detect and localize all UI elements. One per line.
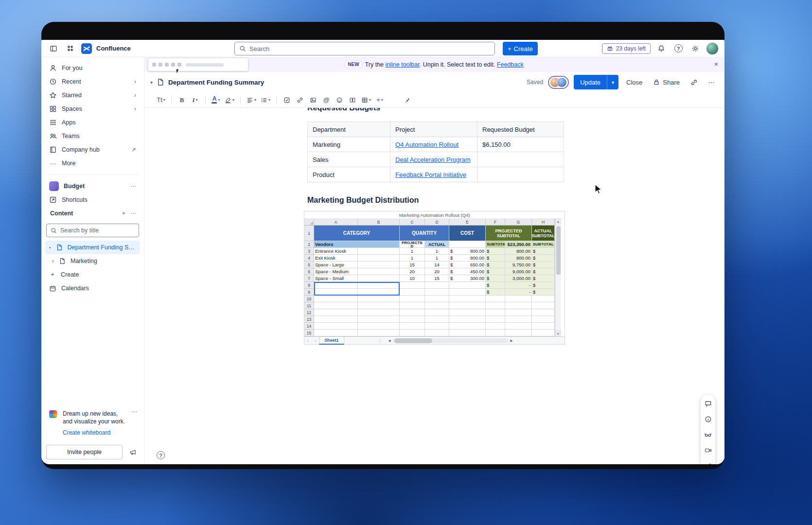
sheet-cell[interactable]: $: [532, 262, 555, 268]
sidebar-item-starred[interactable]: Starred ›: [45, 88, 140, 102]
sheet-cell[interactable]: $650.00: [449, 262, 486, 268]
sheet-cell[interactable]: [358, 262, 400, 268]
sheet-cell[interactable]: 15: [425, 275, 449, 282]
sheet-cell[interactable]: 9,000.00: [505, 268, 532, 275]
trial-countdown-badge[interactable]: 23 days left: [602, 43, 651, 54]
sheet-cell-vendor-name[interactable]: Space - Small: [314, 275, 358, 282]
sheet-cell[interactable]: [314, 330, 358, 336]
tree-item-marketing[interactable]: › Marketing: [45, 254, 140, 268]
notifications-button[interactable]: [655, 42, 668, 55]
row-number[interactable]: 11: [304, 302, 314, 309]
sheet-cell[interactable]: $: [486, 248, 505, 255]
sheet-cell-category-header[interactable]: CATEGORY: [314, 226, 400, 241]
chevron-right-icon[interactable]: ›: [52, 258, 54, 264]
sheet-cell[interactable]: 1: [400, 248, 425, 255]
sheet-cell[interactable]: [532, 309, 555, 316]
sheet-cell-actual-subtotal-header[interactable]: ACTUAL SUBTOTAL: [532, 226, 555, 241]
pin-toolbar-button[interactable]: [401, 94, 413, 106]
sheet-cell[interactable]: $: [532, 289, 555, 296]
document-area[interactable]: Requested Budgets Department Project Req…: [144, 108, 724, 464]
row-number[interactable]: 10: [304, 296, 314, 302]
share-button[interactable]: Share: [650, 77, 683, 88]
sheet-cell[interactable]: [400, 330, 425, 336]
column-header[interactable]: B: [358, 219, 400, 226]
row-number[interactable]: 13: [304, 316, 314, 323]
feedback-button[interactable]: [704, 461, 712, 464]
sheet-cell[interactable]: [358, 316, 400, 323]
sheet-cell[interactable]: [314, 302, 358, 309]
sheet-cell[interactable]: 800.00: [505, 255, 532, 262]
scroll-right-icon[interactable]: ▶: [509, 339, 515, 343]
sheet-cell[interactable]: [486, 309, 505, 316]
row-number[interactable]: 2: [304, 241, 314, 248]
update-button[interactable]: Update: [574, 75, 607, 89]
settings-button[interactable]: [689, 42, 702, 55]
sheet-cell[interactable]: [449, 302, 486, 309]
sheet-cell[interactable]: $: [532, 282, 555, 289]
sidebar-item-spaces[interactable]: Spaces ›: [45, 102, 140, 116]
italic-button[interactable]: I▾: [189, 94, 201, 106]
close-button[interactable]: Close: [623, 77, 645, 88]
sheet-cell[interactable]: [425, 309, 449, 316]
sheet-cell[interactable]: [505, 309, 532, 316]
video-button[interactable]: [704, 446, 712, 455]
sheet-cell[interactable]: [425, 282, 449, 289]
sidebar-item-recent[interactable]: Recent ›: [45, 75, 140, 88]
column-header[interactable]: G: [505, 219, 532, 226]
insert-link-button[interactable]: [294, 94, 306, 106]
sheet-cell[interactable]: [532, 323, 555, 330]
sheet-cell-cost-header[interactable]: COST: [449, 226, 486, 241]
mention-button[interactable]: @: [320, 94, 332, 106]
sheet-cell[interactable]: [425, 296, 449, 302]
row-number[interactable]: 5: [304, 262, 314, 268]
sheet-cell[interactable]: [449, 309, 486, 316]
inline-toolbar-link[interactable]: inline toolbar: [386, 61, 420, 68]
add-content-icon[interactable]: +: [122, 210, 125, 217]
sheet-cell[interactable]: [486, 316, 505, 323]
sheet-cell[interactable]: [532, 302, 555, 309]
sheet-cell[interactable]: [400, 316, 425, 323]
sheet-cell-vendor-name[interactable]: Space - Large: [314, 262, 358, 268]
sheet-cell-projected-label[interactable]: PROJECTED: [400, 241, 425, 248]
sheet-cell[interactable]: [400, 296, 425, 302]
sheet-cell[interactable]: [314, 323, 358, 330]
sheet-cell[interactable]: 9,750.00: [505, 262, 532, 268]
project-link[interactable]: Q4 Automation Rollout: [395, 141, 459, 148]
sheet-cell-quantity-header[interactable]: QUANTITY: [400, 226, 449, 241]
row-number[interactable]: 8: [304, 282, 314, 289]
sheet-cell-vendor-name[interactable]: Exit Kiosk: [314, 255, 358, 262]
sheet-cell[interactable]: [505, 323, 532, 330]
sheet-cell[interactable]: $800.00: [449, 248, 486, 255]
search-input[interactable]: [249, 45, 490, 52]
sheet-cell[interactable]: 15: [400, 262, 425, 268]
sheet-cell[interactable]: [314, 296, 358, 302]
task-list-button[interactable]: [281, 94, 293, 106]
insert-image-button[interactable]: [307, 94, 319, 106]
sheet-cell[interactable]: 1: [400, 255, 425, 262]
sheet-cell[interactable]: $800.00: [449, 255, 486, 262]
sheet-cell-vendors[interactable]: Vendors: [314, 241, 400, 248]
sheet-cell[interactable]: [425, 316, 449, 323]
sheet-cell[interactable]: [358, 275, 400, 282]
app-switcher-button[interactable]: [64, 42, 76, 55]
sheet-cell[interactable]: [505, 296, 532, 302]
sheet-horizontal-scrollbar[interactable]: [393, 338, 509, 343]
sheet-cell[interactable]: [505, 316, 532, 323]
list-button[interactable]: ▾: [259, 94, 272, 106]
sheet-tab-next-icon[interactable]: ›: [312, 338, 319, 343]
sheet-cell[interactable]: [400, 323, 425, 330]
sidebar-item-company-hub[interactable]: Company hub ↗: [45, 143, 140, 157]
column-header[interactable]: E: [449, 219, 486, 226]
app-logo-group[interactable]: Confluence: [81, 43, 131, 54]
sidebar-item-content[interactable]: Content + ⋯: [45, 207, 140, 220]
sheet-cell[interactable]: 10: [400, 275, 425, 282]
sheet-cell[interactable]: [314, 309, 358, 316]
sheet-cell[interactable]: -: [505, 282, 532, 289]
sheet-cell[interactable]: [358, 255, 400, 262]
column-header[interactable]: A: [314, 219, 358, 226]
scroll-up-icon[interactable]: ▲: [555, 219, 561, 225]
vertical-scroll-thumb[interactable]: [556, 226, 561, 275]
insert-table-button[interactable]: ▾: [360, 94, 372, 106]
sheet-cell[interactable]: [314, 316, 358, 323]
content-search[interactable]: [46, 224, 139, 237]
